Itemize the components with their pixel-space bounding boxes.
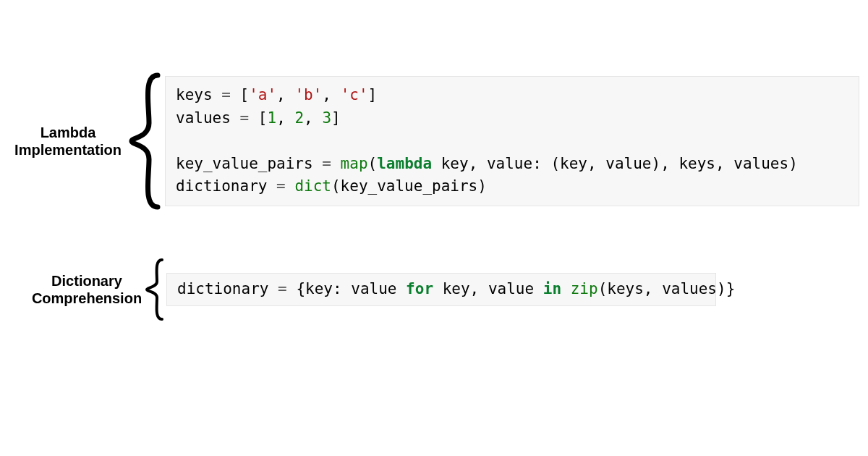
- lambda-implementation-section: Lambda Implementation keys = ['a', 'b', …: [7, 72, 859, 210]
- section-label: Lambda Implementation: [7, 124, 129, 159]
- dictionary-comprehension-section: Dictionary Comprehension dictionary = {k…: [29, 257, 716, 322]
- code-block: keys = ['a', 'b', 'c'] values = [1, 2, 3…: [165, 76, 859, 206]
- curly-brace-icon: [129, 72, 165, 210]
- code-block: dictionary = {key: value for key, value …: [166, 273, 716, 306]
- section-label: Dictionary Comprehension: [29, 272, 145, 307]
- curly-brace-icon: [145, 257, 166, 322]
